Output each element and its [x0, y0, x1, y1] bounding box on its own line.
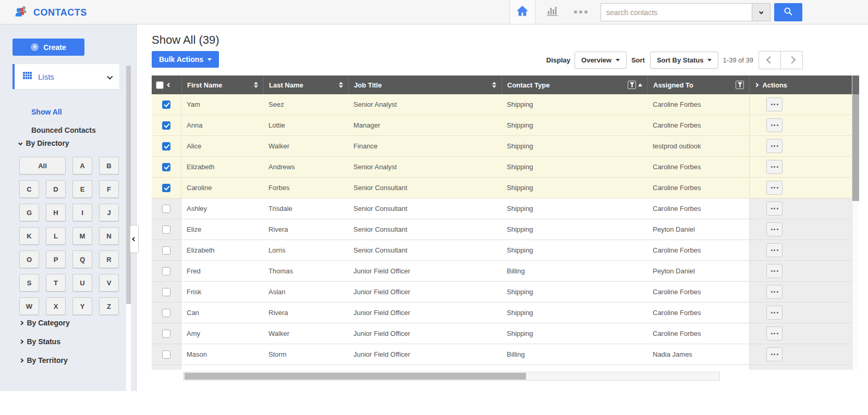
- letter-button-v[interactable]: V: [99, 274, 119, 292]
- search-input[interactable]: [601, 3, 752, 21]
- letter-button-e[interactable]: E: [72, 180, 92, 198]
- row-checkbox[interactable]: [162, 267, 170, 275]
- letter-button-all[interactable]: All: [19, 157, 66, 174]
- letter-button-l[interactable]: L: [46, 227, 66, 245]
- row-actions-cell: [749, 136, 852, 156]
- table-row: FriskAslanJunior Field OfficerShippingCa…: [152, 282, 852, 303]
- sidebar-section-by-directory[interactable]: By Directory: [19, 139, 69, 147]
- letter-button-c[interactable]: C: [19, 180, 39, 198]
- letter-button-a[interactable]: A: [72, 157, 92, 174]
- search-scope-dropdown[interactable]: [752, 3, 771, 21]
- sidebar-item-show-all[interactable]: Show All: [31, 108, 62, 116]
- letter-button-u[interactable]: U: [72, 274, 92, 292]
- letter-button-z[interactable]: Z: [99, 297, 119, 315]
- vertical-scrollbar[interactable]: [852, 76, 859, 370]
- header-last-name[interactable]: Last Name: [263, 76, 348, 94]
- row-checkbox[interactable]: [162, 225, 170, 234]
- row-checkbox[interactable]: [162, 100, 170, 109]
- sort-arrows-icon[interactable]: [492, 82, 496, 88]
- sort-dropdown[interactable]: Sort By Status: [650, 52, 719, 69]
- cell-job: Junior Field Officer: [348, 303, 502, 323]
- sidebar-section-by-status[interactable]: By Status: [20, 337, 60, 346]
- letter-button-m[interactable]: M: [72, 227, 92, 245]
- header-actions[interactable]: Actions: [749, 76, 852, 94]
- row-actions-button[interactable]: [766, 222, 783, 236]
- row-checkbox[interactable]: [162, 246, 170, 255]
- row-actions-button[interactable]: [766, 326, 783, 341]
- header-job-title[interactable]: Job Title: [348, 76, 502, 94]
- table-row: ElizabethLorrisSenior ConsultantShipping…: [152, 240, 852, 261]
- row-actions-button[interactable]: [766, 202, 783, 216]
- sort-arrows-icon[interactable]: [254, 82, 258, 88]
- row-actions-button[interactable]: [766, 264, 783, 278]
- horizontal-scrollbar[interactable]: [183, 372, 720, 381]
- letter-button-f[interactable]: F: [99, 180, 119, 198]
- row-checkbox[interactable]: [162, 142, 170, 150]
- row-checkbox[interactable]: [162, 205, 170, 213]
- row-actions-button[interactable]: [766, 181, 783, 195]
- row-checkbox[interactable]: [162, 121, 170, 130]
- row-actions-button[interactable]: [766, 243, 783, 257]
- letter-button-q[interactable]: Q: [72, 250, 92, 268]
- row-actions-button[interactable]: [766, 97, 783, 111]
- ellipsis-icon: [774, 208, 775, 209]
- home-button[interactable]: [509, 0, 535, 24]
- display-dropdown[interactable]: Overview: [574, 52, 627, 69]
- sidebar-section-by-territory[interactable]: By Territory: [20, 356, 68, 364]
- chevron-left-icon[interactable]: [167, 82, 172, 87]
- row-checkbox[interactable]: [162, 330, 170, 338]
- letter-button-h[interactable]: H: [46, 204, 66, 221]
- letter-button-y[interactable]: Y: [72, 297, 92, 315]
- letter-button-n[interactable]: N: [99, 227, 119, 245]
- row-actions-button[interactable]: [766, 118, 783, 132]
- letter-button-x[interactable]: X: [46, 297, 66, 315]
- cell-first: Ashley: [181, 198, 263, 219]
- create-button[interactable]: + Create: [13, 39, 84, 56]
- header-assigned-to[interactable]: Assigned To: [647, 76, 749, 94]
- filter-icon[interactable]: [736, 81, 744, 89]
- letter-button-i[interactable]: I: [72, 204, 92, 221]
- letter-button-j[interactable]: J: [99, 204, 119, 221]
- row-actions-button[interactable]: [766, 285, 783, 299]
- sidebar-item-lists[interactable]: Lists: [13, 64, 119, 89]
- bulk-actions-button[interactable]: Bulk Actions: [152, 51, 219, 68]
- list-toolbar: Bulk Actions Display Overview Sort Sort …: [137, 51, 868, 69]
- next-page-button[interactable]: [780, 51, 803, 69]
- letter-button-r[interactable]: R: [99, 250, 119, 268]
- sidebar-section-by-category[interactable]: By Category: [20, 319, 70, 327]
- letter-button-o[interactable]: O: [19, 250, 39, 268]
- more-menu-button[interactable]: [569, 0, 592, 24]
- sidebar-item-bounced-contacts[interactable]: Bounced Contacts: [31, 126, 96, 134]
- letter-button-b[interactable]: B: [99, 157, 119, 174]
- search-button[interactable]: [774, 3, 802, 21]
- row-actions-button[interactable]: [766, 139, 783, 153]
- row-checkbox[interactable]: [162, 288, 170, 296]
- row-checkbox[interactable]: [162, 309, 170, 317]
- page-title: Show All (39): [152, 33, 868, 47]
- sort-arrows-icon[interactable]: [339, 82, 343, 88]
- row-actions-button[interactable]: [766, 160, 783, 174]
- letter-button-k[interactable]: K: [19, 227, 39, 245]
- horizontal-scrollbar-thumb[interactable]: [185, 373, 526, 380]
- row-actions-button[interactable]: [766, 306, 783, 320]
- letter-button-t[interactable]: T: [46, 274, 66, 292]
- sidebar-scrollbar-thumb[interactable]: [126, 66, 131, 304]
- letter-button-g[interactable]: G: [19, 204, 39, 221]
- header-first-name[interactable]: First Name: [181, 76, 263, 94]
- vertical-scrollbar-thumb[interactable]: [852, 94, 859, 201]
- row-checkbox[interactable]: [162, 184, 170, 192]
- letter-button-d[interactable]: D: [46, 180, 66, 198]
- row-checkbox[interactable]: [162, 350, 170, 359]
- letter-button-w[interactable]: W: [19, 297, 39, 315]
- letter-button-p[interactable]: P: [46, 250, 66, 268]
- header-contact-type[interactable]: Contact Type: [502, 76, 647, 94]
- previous-page-button[interactable]: [759, 51, 781, 69]
- letter-button-s[interactable]: S: [19, 274, 39, 292]
- dashboard-button[interactable]: [542, 0, 563, 24]
- ellipsis-icon: [774, 104, 775, 105]
- row-actions-button[interactable]: [766, 347, 783, 361]
- select-all-checkbox[interactable]: [156, 81, 164, 89]
- filter-icon[interactable]: [628, 81, 636, 89]
- sidebar-collapse-handle[interactable]: [130, 225, 139, 253]
- row-checkbox[interactable]: [162, 163, 170, 171]
